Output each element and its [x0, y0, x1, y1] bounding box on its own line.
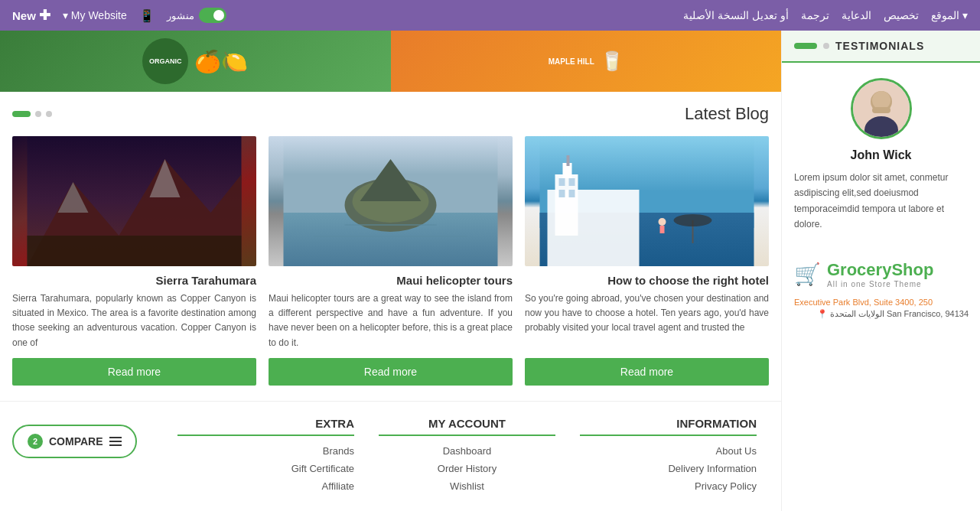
testimonial-name: John Wick [794, 148, 968, 162]
brand-name: GroceryShop [827, 260, 933, 280]
footer-compare: 2 COMPARE [12, 417, 165, 498]
published-toggle: منشور [167, 8, 226, 23]
footer-information-privacy[interactable]: Privacy Policy [580, 480, 757, 492]
banner-strip: ORGANIC 🍊🍋 MAPLE HILL 🥛 [0, 31, 781, 92]
top-bar: New ✚ ▾ My Website 📱 منشور ▾ الموقع تخصي… [0, 0, 980, 31]
milk-icon: 🥛 [601, 50, 623, 72]
svg-point-29 [872, 91, 890, 109]
testi-dot-active [794, 43, 817, 49]
right-panel: TESTIMONIALS John Wick Lorem ipsum dolor… [781, 31, 980, 511]
blog-card-title-3: How to choose the right hotel [525, 274, 769, 287]
brand-logo: 🛒 GroceryShop All in one Store Theme [794, 260, 969, 288]
blog-section: Latest Blog [0, 92, 781, 401]
compare-label: COMPARE [49, 435, 103, 448]
testimonials-header: TESTIMONIALS [782, 31, 980, 63]
top-bar-left: New ✚ ▾ My Website 📱 منشور [12, 7, 226, 24]
left-center: ORGANIC 🍊🍋 MAPLE HILL 🥛 Latest Blog [0, 31, 781, 511]
footer-extra-gift[interactable]: Gift Certificate [177, 463, 354, 474]
footer-information-title: INFORMATION [580, 417, 757, 436]
published-label: منشور [167, 10, 194, 21]
dot-1 [35, 111, 41, 117]
mobile-icon: 📱 [139, 8, 155, 23]
svg-rect-17 [567, 155, 570, 166]
svg-rect-19 [569, 178, 575, 186]
fruits-icon: 🍊🍋 [194, 49, 248, 74]
footer-extra-col: EXTRA Brands Gift Certificate Affiliate [165, 417, 366, 498]
svg-rect-20 [559, 190, 565, 197]
dropdown-arrow-icon: ▾ [63, 9, 68, 21]
read-more-button-1[interactable]: Read more [12, 358, 256, 386]
compare-lines-icon [109, 437, 122, 446]
blog-card-text-2: Maui helicopter tours are a great way to… [269, 291, 513, 350]
testimonials-title: TESTIMONIALS [835, 40, 924, 52]
blog-image-island [269, 136, 513, 266]
blog-cards: Sierra Tarahumara Sierra Tarahumara, pop… [12, 136, 769, 386]
toggle-switch[interactable] [199, 8, 226, 23]
footer-myaccount-orderhistory[interactable]: Order History [379, 463, 555, 474]
site-label: الموقع [931, 9, 959, 21]
translate-button[interactable]: ترجمة [801, 9, 829, 21]
svg-point-24 [659, 218, 666, 226]
advertising-button[interactable]: الدعاية [842, 9, 871, 21]
blog-title: Latest Blog [685, 104, 769, 124]
brand-name-part2: Shop [891, 260, 933, 279]
svg-rect-30 [872, 107, 890, 113]
svg-rect-11 [314, 236, 467, 237]
maple-hill-label: MAPLE HILL [549, 57, 594, 66]
blog-card-text-1: Sierra Tarahumara, popularly known as Co… [12, 291, 256, 350]
blog-card-1: Sierra Tarahumara Sierra Tarahumara, pop… [12, 136, 256, 386]
footer-extra-brands[interactable]: Brands [177, 445, 354, 457]
top-bar-right: ▾ الموقع تخصيص الدعاية ترجمة أو تعديل ال… [683, 9, 968, 21]
new-button[interactable]: New ✚ [12, 7, 50, 24]
blog-card-3: How to choose the right hotel So you're … [525, 136, 769, 386]
footer-information-col: INFORMATION About Us Delivery Informatio… [568, 417, 769, 498]
site-button[interactable]: ▾ الموقع [931, 9, 968, 21]
svg-point-23 [674, 214, 712, 226]
svg-rect-21 [569, 190, 575, 197]
customize-button[interactable]: تخصيص [884, 9, 919, 21]
blog-image-hotel [525, 136, 769, 266]
footer-myaccount-wishlist[interactable]: Wishlist [379, 480, 555, 492]
brand-name-part1: Grocery [827, 260, 891, 279]
footer-extra-affiliate[interactable]: Affiliate [177, 480, 354, 492]
blog-header: Latest Blog [12, 104, 769, 124]
customize-label: تخصيص [884, 9, 919, 21]
testi-dot [823, 43, 829, 49]
svg-rect-25 [660, 226, 665, 233]
edit-original-button[interactable]: أو تعديل النسخة الأصلية [683, 9, 789, 21]
read-more-button-3[interactable]: Read more [525, 358, 769, 386]
edit-original-label: أو تعديل النسخة الأصلية [683, 9, 789, 21]
brand-address-ar-text: San Francisco, 94134 الولايات المتحدة [830, 309, 969, 318]
read-more-button-2[interactable]: Read more [269, 358, 513, 386]
footer-myaccount-dashboard[interactable]: Dashboard [379, 445, 555, 457]
svg-rect-18 [559, 178, 565, 186]
footer-myaccount-title: MY ACCOUNT [379, 417, 555, 436]
my-website-label: My Website [71, 9, 127, 21]
svg-rect-4 [28, 236, 242, 266]
translate-label: ترجمة [801, 9, 829, 21]
brand-address-ar: San Francisco, 94134 الولايات المتحدة 📍 [794, 309, 969, 319]
footer-information-delivery[interactable]: Delivery Information [580, 463, 757, 474]
dropdown-icon: ▾ [962, 9, 968, 21]
location-icon: 📍 [817, 309, 828, 318]
plus-icon: ✚ [39, 7, 50, 24]
banner-right: MAPLE HILL 🥛 [391, 31, 782, 92]
organic-badge: ORGANIC [142, 38, 188, 84]
compare-badge: 2 [28, 434, 43, 449]
my-website-button[interactable]: ▾ My Website [63, 9, 127, 21]
banner-left: ORGANIC 🍊🍋 [0, 31, 391, 92]
footer-brand: 🛒 GroceryShop All in one Store Theme Exe… [782, 248, 980, 332]
brand-address-text: Executive Park Blvd, Suite 3400, 250 [794, 298, 933, 307]
main-content: ORGANIC 🍊🍋 MAPLE HILL 🥛 Latest Blog [0, 31, 980, 511]
footer-information-aboutus[interactable]: About Us [580, 445, 757, 457]
blog-dots [12, 111, 52, 117]
compare-button[interactable]: 2 COMPARE [12, 425, 137, 458]
brand-tagline: All in one Store Theme [827, 280, 933, 288]
brand-address: Executive Park Blvd, Suite 3400, 250 [794, 296, 969, 310]
avatar [851, 78, 912, 139]
blog-card-2: Maui helicopter tours Maui helicopter to… [269, 136, 513, 386]
testimonial-text: Lorem ipsum dolor sit amet, conmetur asd… [794, 170, 968, 233]
dot-active [12, 111, 31, 117]
cart-icon: 🛒 [794, 262, 821, 287]
footer-myaccount-col: MY ACCOUNT Dashboard Order History Wishl… [366, 417, 568, 498]
